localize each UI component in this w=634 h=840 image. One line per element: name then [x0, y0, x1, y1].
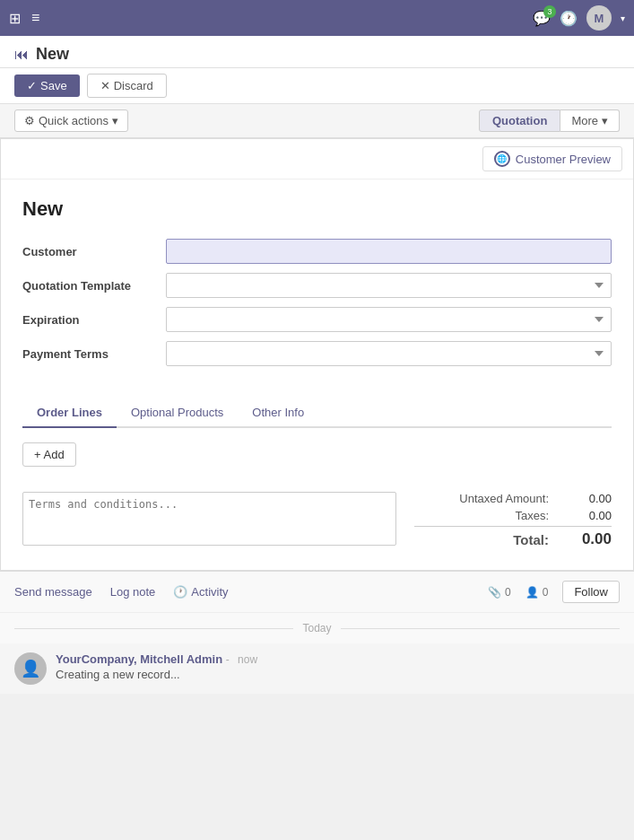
clock-icon[interactable]: 🕐 — [560, 10, 578, 27]
customer-preview-bar: 🌐 Customer Preview — [1, 139, 633, 179]
hamburger-menu-icon[interactable]: ≡ — [31, 10, 39, 26]
quotation-template-label: Quotation Template — [22, 279, 166, 293]
dropdown-icon: ▾ — [112, 114, 118, 127]
total-row: Total: 0.00 — [414, 526, 612, 548]
quotation-template-row: Quotation Template — [22, 273, 612, 298]
log-entry: 👤 YourCompany, Mitchell Admin - now Crea… — [0, 643, 634, 694]
bottom-section: Untaxed Amount: 0.00 Taxes: 0.00 Total: … — [1, 481, 633, 570]
save-button[interactable]: ✓ Save — [14, 74, 80, 97]
terms-textarea[interactable] — [22, 492, 396, 546]
activity-clock-icon: 🕐 — [173, 585, 187, 599]
topbar-right: 💬 3 🕐 M ▾ — [533, 5, 625, 31]
send-message-button[interactable]: Send message — [14, 585, 92, 599]
main-content: 🌐 Customer Preview New Customer Quotatio… — [0, 138, 634, 571]
quick-actions-button[interactable]: ⚙ Quick actions ▾ — [14, 109, 128, 132]
payment-terms-row: Payment Terms — [22, 341, 612, 366]
payment-terms-label: Payment Terms — [22, 347, 166, 361]
customer-input[interactable] — [166, 239, 612, 264]
page-header: ⏮ New — [0, 36, 634, 68]
chatter-actions: Send message Log note 🕐 Activity 📎 0 👤 0… — [0, 572, 634, 613]
toolbar: ⚙ Quick actions ▾ Quotation More ▾ — [0, 104, 634, 138]
page-title: New — [36, 45, 69, 64]
form-title: New — [22, 197, 612, 221]
paperclip-icon: 📎 — [488, 586, 501, 599]
tab-other-info[interactable]: Other Info — [238, 398, 318, 428]
avatar-dropdown-icon[interactable]: ▾ — [621, 13, 625, 23]
attachments-count[interactable]: 📎 0 — [488, 586, 511, 599]
follow-button[interactable]: Follow — [562, 581, 620, 603]
check-icon: ✓ — [27, 79, 37, 92]
log-header: YourCompany, Mitchell Admin - now — [56, 652, 620, 666]
log-avatar: 👤 — [14, 652, 47, 685]
log-note-button[interactable]: Log note — [110, 585, 156, 599]
untaxed-row: Untaxed Amount: 0.00 — [414, 492, 612, 505]
gear-icon: ⚙ — [24, 114, 35, 127]
notification-bell[interactable]: 💬 3 — [533, 10, 551, 27]
quotation-button[interactable]: Quotation — [479, 109, 560, 132]
taxes-row: Taxes: 0.00 — [414, 509, 612, 522]
tab-order-lines[interactable]: Order Lines — [22, 398, 117, 428]
expiration-label: Expiration — [22, 313, 166, 327]
notification-count: 3 — [543, 5, 556, 18]
totals-section: Untaxed Amount: 0.00 Taxes: 0.00 Total: … — [414, 492, 612, 552]
globe-icon: 🌐 — [494, 151, 510, 167]
topbar: ⊞ ≡ 💬 3 🕐 M ▾ — [0, 0, 634, 36]
untaxed-label: Untaxed Amount: — [459, 492, 549, 505]
log-author: YourCompany, Mitchell Admin — [56, 652, 222, 666]
chatter: Send message Log note 🕐 Activity 📎 0 👤 0… — [0, 571, 634, 694]
customer-preview-button[interactable]: 🌐 Customer Preview — [482, 146, 622, 171]
chatter-right: 📎 0 👤 0 Follow — [488, 581, 620, 603]
untaxed-value: 0.00 — [567, 492, 612, 505]
today-divider: Today — [0, 613, 634, 643]
more-dropdown-icon: ▾ — [602, 114, 608, 127]
activity-button[interactable]: 🕐 Activity — [173, 585, 228, 599]
terms-box — [22, 492, 396, 548]
customer-row: Customer — [22, 239, 612, 264]
more-button[interactable]: More ▾ — [560, 109, 620, 132]
x-icon: ✕ — [100, 79, 110, 92]
action-bar: ✓ Save ✕ Discard — [0, 68, 634, 104]
avatar[interactable]: M — [586, 5, 612, 31]
taxes-value: 0.00 — [567, 509, 612, 522]
customer-label: Customer — [22, 245, 166, 258]
add-button[interactable]: + Add — [22, 442, 76, 467]
log-separator: - — [226, 653, 232, 666]
tab-content: + Add — [1, 428, 633, 481]
log-body: YourCompany, Mitchell Admin - now Creati… — [56, 652, 620, 685]
expiration-select[interactable] — [166, 307, 612, 332]
topbar-left: ⊞ ≡ — [9, 10, 39, 27]
toolbar-left: ⚙ Quick actions ▾ — [14, 109, 128, 132]
toolbar-right: Quotation More ▾ — [479, 109, 620, 132]
log-time: now — [238, 653, 257, 666]
discard-button[interactable]: ✕ Discard — [87, 74, 167, 98]
followers-icon: 👤 — [525, 586, 539, 599]
total-value: 0.00 — [567, 530, 612, 548]
taxes-label: Taxes: — [515, 509, 549, 522]
tabs-bar: Order Lines Optional Products Other Info — [22, 398, 612, 428]
expiration-row: Expiration — [22, 307, 612, 332]
grid-icon[interactable]: ⊞ — [9, 10, 21, 27]
quotation-template-select[interactable] — [166, 273, 612, 298]
form-area: New Customer Quotation Template Expirati… — [1, 179, 633, 384]
log-message: Creating a new record... — [56, 668, 620, 681]
total-label: Total: — [513, 532, 549, 547]
back-arrow-icon[interactable]: ⏮ — [14, 47, 29, 63]
payment-terms-select[interactable] — [166, 341, 612, 366]
followers-count[interactable]: 👤 0 — [525, 586, 549, 599]
tab-optional-products[interactable]: Optional Products — [117, 398, 238, 428]
